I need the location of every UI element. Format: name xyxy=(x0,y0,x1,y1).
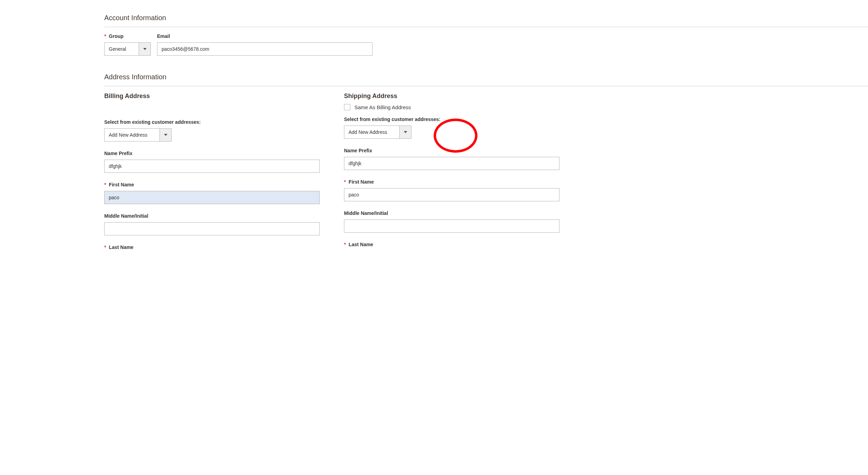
account-title: Account Information xyxy=(104,14,868,27)
group-label: * Group xyxy=(104,33,151,39)
billing-address-select-button[interactable] xyxy=(160,128,172,142)
shipping-middle-input[interactable] xyxy=(344,219,559,233)
required-asterisk: * xyxy=(104,33,106,39)
group-select[interactable]: General xyxy=(104,42,151,56)
account-section: Account Information * Group General Emai… xyxy=(104,14,868,56)
shipping-prefix-input[interactable] xyxy=(344,157,559,170)
shipping-prefix-field: Name Prefix xyxy=(344,148,559,170)
billing-middle-field: Middle Name/Initial xyxy=(104,213,320,235)
address-section: Address Information Billing Address Sele… xyxy=(104,73,868,259)
account-row: * Group General Email xyxy=(104,33,868,56)
billing-prefix-input[interactable] xyxy=(104,160,320,173)
shipping-title: Shipping Address xyxy=(344,92,559,100)
shipping-column: Shipping Address Same As Billing Address… xyxy=(344,92,559,259)
shipping-existing-label: Select from existing customer addresses: xyxy=(344,116,559,122)
billing-lastname-label: * Last Name xyxy=(104,244,320,250)
email-label: Email xyxy=(157,33,372,39)
shipping-firstname-field: * First Name xyxy=(344,179,559,201)
address-title: Address Information xyxy=(104,73,868,86)
billing-prefix-label: Name Prefix xyxy=(104,151,320,156)
billing-middle-input[interactable] xyxy=(104,222,320,235)
shipping-firstname-label: * First Name xyxy=(344,179,559,185)
group-select-button[interactable] xyxy=(139,42,151,56)
billing-existing-field: Select from existing customer addresses:… xyxy=(104,119,320,142)
billing-column: Billing Address Select from existing cus… xyxy=(104,92,320,259)
address-grid: Billing Address Select from existing cus… xyxy=(104,92,868,259)
billing-prefix-field: Name Prefix xyxy=(104,151,320,173)
billing-firstname-field: * First Name xyxy=(104,182,320,204)
page-content: Account Information * Group General Emai… xyxy=(104,14,868,259)
chevron-down-icon xyxy=(404,131,407,133)
shipping-middle-label: Middle Name/Initial xyxy=(344,210,559,216)
billing-address-select-value: Add New Address xyxy=(104,128,160,142)
shipping-lastname-field: * Last Name xyxy=(344,242,559,247)
email-field: Email xyxy=(157,33,372,56)
shipping-firstname-input[interactable] xyxy=(344,188,559,201)
billing-middle-label: Middle Name/Initial xyxy=(104,213,320,219)
group-field: * Group General xyxy=(104,33,151,56)
shipping-middle-field: Middle Name/Initial xyxy=(344,210,559,233)
shipping-lastname-label: * Last Name xyxy=(344,242,559,247)
billing-lastname-field: * Last Name xyxy=(104,244,320,250)
same-as-billing-row: Same As Billing Address xyxy=(344,104,559,110)
required-asterisk: * xyxy=(344,179,346,185)
shipping-address-select[interactable]: Add New Address xyxy=(344,126,559,139)
billing-address-select[interactable]: Add New Address xyxy=(104,128,320,142)
shipping-address-select-value: Add New Address xyxy=(344,126,400,139)
shipping-prefix-label: Name Prefix xyxy=(344,148,559,153)
required-asterisk: * xyxy=(344,242,346,247)
billing-firstname-input[interactable] xyxy=(104,191,320,204)
spacer xyxy=(104,104,320,116)
same-as-billing-label: Same As Billing Address xyxy=(354,104,411,110)
required-asterisk: * xyxy=(104,182,106,187)
billing-title: Billing Address xyxy=(104,92,320,100)
group-select-value: General xyxy=(104,42,139,56)
shipping-address-select-button[interactable] xyxy=(400,126,411,139)
required-asterisk: * xyxy=(104,244,106,250)
billing-existing-label: Select from existing customer addresses: xyxy=(104,119,320,125)
chevron-down-icon xyxy=(143,48,147,50)
same-as-billing-checkbox[interactable] xyxy=(344,104,350,110)
email-input[interactable] xyxy=(157,42,372,56)
billing-firstname-label: * First Name xyxy=(104,182,320,187)
shipping-existing-field: Select from existing customer addresses:… xyxy=(344,116,559,139)
chevron-down-icon xyxy=(164,134,167,136)
